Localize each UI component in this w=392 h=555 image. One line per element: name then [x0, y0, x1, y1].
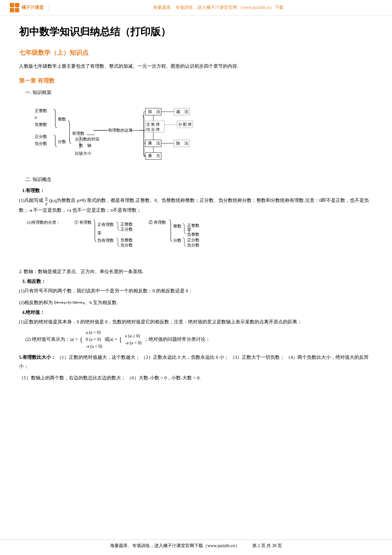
- classification-diagram: (2)有理数的分类： ① 有理数 正有理数 正整数 正分数 零 负有理数 负整数…: [25, 218, 367, 262]
- svg-text:正分数: 正分数: [120, 227, 133, 232]
- svg-text:乘　法: 乘 法: [148, 141, 160, 146]
- header-tagline: 海量题库、专项训练，进入橘子汁课堂官网 （www.juzizhi.cn）下载: [54, 5, 383, 10]
- concept1-text1: (1)凡能写成 q p (p,q为整数且 p≠0) 形式的数，都是有理数.正整数…: [19, 196, 373, 215]
- knowledge-framework-diagram: 正整数 0 负整数 整数 正分数 负分数 分数 有理数 数 轴 比较大小 点与数…: [32, 99, 367, 170]
- page-title: 初中数学知识归纳总结（打印版）: [19, 25, 373, 39]
- page-footer: 海量题库、专项训练，进入橘子汁课堂官网下载（www.juzizhi.cn） 第 …: [0, 539, 392, 549]
- svg-text:负分数: 负分数: [187, 243, 199, 247]
- svg-text:零: 零: [187, 228, 191, 232]
- svg-text:数　轴: 数 轴: [79, 143, 91, 148]
- grade-heading: 七年级数学（上）知识点: [19, 48, 373, 57]
- svg-text:负有理数: 负有理数: [97, 238, 114, 243]
- svg-text:整数: 整数: [58, 117, 66, 122]
- svg-text:②  有理数: ② 有理数: [149, 220, 166, 225]
- svg-text:整数: 整数: [173, 224, 181, 228]
- concept4-text1: (1)正数的绝对值是其本身，0 的绝对值是 0，负数的绝对值是它的相反数；注意：…: [19, 317, 373, 327]
- intro-text: 人教版七年级数学上册主要包含了有理数、整式的加减、一元一次方程、图形的认识初步四…: [19, 62, 373, 71]
- svg-text:负整数: 负整数: [120, 238, 133, 242]
- svg-text:0: 0: [35, 115, 37, 120]
- svg-rect-2: [10, 8, 14, 12]
- concept3-title: 3. 相反数：: [22, 278, 373, 284]
- logo-text: 橘子汁课堂: [21, 5, 44, 10]
- page-header: 橘子汁课堂 海量题库、专项训练，进入橘子汁课堂官网 （www.juzizhi.c…: [0, 0, 392, 16]
- abs-formula1: a (a > 0) 0 (a = 0) -a (a < 0): [86, 329, 102, 350]
- abs-value-formula: (2) 绝对值可表示为：|a| = { a (a > 0) 0 (a = 0) …: [25, 329, 367, 350]
- svg-rect-3: [15, 8, 19, 12]
- section1-label: 一. 知识框架: [25, 90, 373, 96]
- concept5-text1: （1）正数的绝对值越大，这个数越大；: [57, 355, 140, 360]
- logo-area: 橘子汁课堂: [9, 3, 44, 13]
- section2-label: 二. 知识概念: [25, 177, 373, 183]
- concept5-cont: （5）数轴上的两个数，右边的数总比左边的数大； （6）大数-小数 > 0，小数-…: [19, 373, 373, 383]
- svg-text:负分数: 负分数: [120, 243, 133, 247]
- svg-text:负整数: 负整数: [35, 122, 47, 127]
- svg-text:①  有理数: ① 有理数: [74, 220, 92, 225]
- abs-end-text: ；绝对值的问题经常分类讨论；: [144, 337, 210, 342]
- chapter1-heading: 第一章 有理数: [19, 77, 373, 84]
- svg-text:正分数: 正分数: [35, 134, 47, 139]
- svg-text:正整数: 正整数: [35, 108, 47, 113]
- svg-text:点与数的对应: 点与数的对应: [75, 137, 100, 141]
- concept5-text2: （2）正数永远比 0 大，负数永远比 0 小；: [141, 355, 229, 360]
- framework-svg: 正整数 0 负整数 整数 正分数 负分数 分数 有理数 数 轴 比较大小 点与数…: [32, 99, 253, 169]
- fraction-q-over-p: q p: [45, 196, 47, 206]
- svg-text:正分数: 正分数: [187, 238, 199, 242]
- concepts-section: 1.有理数： (1)凡能写成 q p (p,q为整数且 p≠0) 形式的数，都是…: [19, 188, 373, 382]
- concept4-title: 4.绝对值：: [22, 309, 373, 315]
- svg-text:分数: 分数: [173, 238, 181, 243]
- svg-text:除　法: 除 法: [176, 141, 188, 146]
- main-content: 初中数学知识归纳总结（打印版） 七年级数学（上）知识点 人教版七年级数学上册主要…: [0, 16, 392, 404]
- concept1-title: 1.有理数：: [22, 188, 373, 194]
- svg-rect-1: [15, 3, 19, 7]
- svg-text:正整数: 正整数: [187, 223, 199, 228]
- abs-formula2: a (a ≥ 0) -a (a < 0): [125, 333, 142, 347]
- svg-rect-0: [10, 3, 14, 7]
- classification-svg: (2)有理数的分类： ① 有理数 正有理数 正整数 正分数 零 负有理数 负整数…: [25, 218, 272, 261]
- concept5-intro: 5.有理数比大小： （1）正数的绝对值越大，这个数越大； （2）正数永远比 0 …: [19, 353, 373, 371]
- concept5-text5: （5）数轴上的两个数，右边的数总比左边的数大；: [19, 375, 126, 380]
- header-divider: [49, 4, 49, 11]
- svg-text:分 配 律: 分 配 律: [178, 122, 192, 127]
- svg-text:(2)有理数的分类：: (2)有理数的分类：: [27, 220, 60, 225]
- svg-text:交 换 律: 交 换 律: [146, 122, 160, 127]
- svg-text:正整数: 正整数: [120, 222, 133, 227]
- svg-text:正有理数: 正有理数: [97, 222, 114, 227]
- svg-text:加　法: 加 法: [148, 109, 160, 114]
- footer-left-text: 海量题库、专项训练，进入橘子汁课堂官网下载（www.juzizhi.cn）: [110, 543, 240, 549]
- concept2-text: 2. 数轴：数轴是规定了原点、正方向、单位长度的一条直线.: [19, 267, 373, 276]
- concept5-text6: （6）大数-小数 > 0，小数-大数 < 0.: [127, 375, 200, 380]
- abs-or-text: 或|a| =: [105, 337, 117, 342]
- svg-text:比较大小: 比较大小: [75, 151, 91, 156]
- svg-text:乘　方: 乘 方: [148, 153, 160, 158]
- svg-text:零: 零: [97, 231, 101, 235]
- concept5-text3: （3）正数大于一切负数；: [230, 355, 285, 360]
- concept3-text2: (2)相反数的和为 0⟺a+b=0⟺a、b 互为相反数.: [19, 298, 373, 307]
- svg-text:结 合 律: 结 合 律: [146, 127, 160, 132]
- svg-text:分数: 分数: [58, 139, 66, 144]
- concept5-title: 5.有理数比大小：: [19, 355, 56, 360]
- svg-text:有理数: 有理数: [72, 131, 84, 136]
- svg-text:减　法: 减 法: [176, 109, 188, 114]
- abs-formula-prefix: (2) 绝对值可表示为：|a| =: [25, 337, 78, 342]
- svg-text:有理数的运算: 有理数的运算: [108, 128, 133, 133]
- svg-text:负分数: 负分数: [35, 141, 47, 146]
- footer-right-text: 第 2 页 共 30 页: [252, 543, 282, 549]
- svg-text:负整数: 负整数: [187, 232, 199, 237]
- logo-icon: [9, 3, 20, 13]
- concept3-text1: (1)只有符号不同的两个数，我们说其中一个是另一个的相反数；0 的相反数还是 0…: [19, 286, 373, 296]
